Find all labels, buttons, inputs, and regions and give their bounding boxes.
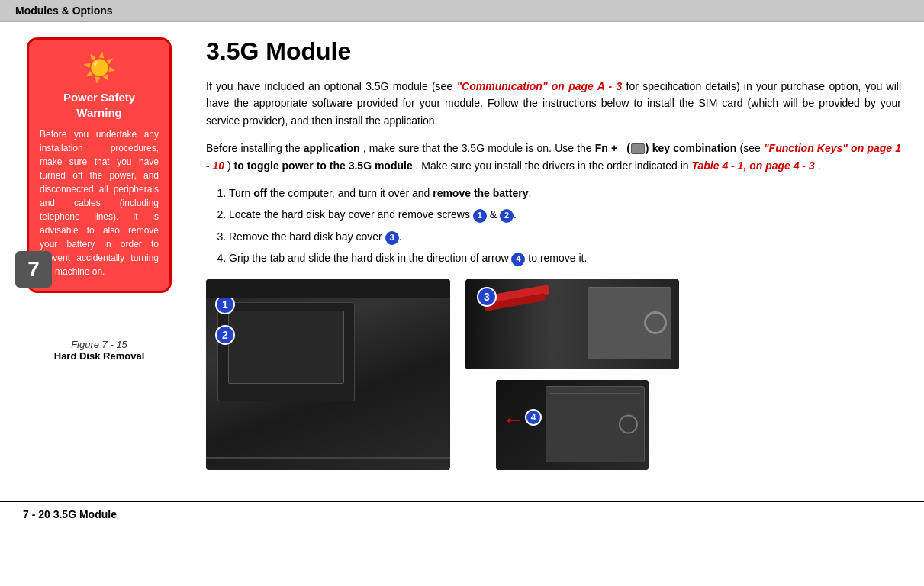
warning-icon: ☀️ [40, 52, 159, 84]
para2-cont3: ) [227, 159, 234, 172]
page-footer: 7 - 20 3.5G Module [0, 501, 924, 526]
step-circle-3: 3 [477, 287, 497, 307]
para1-text: If you have included an optional 3.5G mo… [206, 80, 456, 92]
footer-text: 7 - 20 3.5G Module [23, 508, 117, 520]
warning-text: Before you undertake any installation pr… [40, 127, 159, 279]
image-laptop-bottom: 1 2 [206, 279, 450, 470]
step-circle-2: 2 [215, 325, 235, 345]
page-title: 3.5G Module [206, 37, 901, 66]
para2-bold2: to toggle power to the 3.5G module [234, 159, 413, 172]
para2-pre: Before installing the [206, 142, 304, 154]
figure-caption-italic: Figure 7 - 15 [54, 339, 145, 350]
image-harddisk-arrow: ← 4 [496, 380, 649, 470]
para2-fn: Fn + _() key combination [595, 142, 737, 154]
warning-title: Power Safety Warning [40, 90, 159, 120]
left-sidebar: ☀️ Power Safety Warning Before you under… [23, 37, 175, 470]
step1-off: off [253, 187, 267, 199]
images-area: 1 2 [206, 279, 901, 470]
para2-cont: , make sure that the 3.5G module is on. … [363, 142, 595, 154]
key-icon [631, 143, 645, 154]
chapter-badge: 7 [15, 251, 52, 288]
paragraph-1: If you have included an optional 3.5G mo… [206, 78, 901, 129]
step-4: Grip the tab and slide the hard disk in … [229, 250, 901, 266]
para2-end: . [818, 159, 821, 172]
image-harddisk-cables: 3 [465, 279, 679, 369]
main-content: ☀️ Power Safety Warning Before you under… [0, 22, 924, 485]
steps-list: Turn off the computer, and turn it over … [229, 185, 901, 267]
paragraph-2: Before installing the application , make… [206, 140, 901, 174]
step-2: Locate the hard disk bay cover and remov… [229, 206, 901, 223]
right-content: 3.5G Module If you have included an opti… [191, 37, 901, 470]
figure-caption: Figure 7 - 15 Hard Disk Removal [54, 339, 145, 362]
page-header: Modules & Options [0, 0, 924, 22]
para2-bold: application [304, 142, 360, 154]
para2-link3[interactable]: Table 4 - 1, on page 4 - 3 [691, 159, 814, 172]
step1-remove: remove the battery [433, 187, 528, 199]
step-3: Remove the hard disk bay cover 3. [229, 228, 901, 245]
para2-cont2: (see [740, 142, 764, 154]
images-right: 3 ← 4 [465, 279, 679, 470]
step-circle-4: 4 [525, 409, 542, 426]
arrow-left-icon: ← [502, 407, 525, 433]
para1-link[interactable]: "Communication" on page A - 3 [456, 80, 622, 92]
para2-cont4: . Make sure you install the drivers in t… [416, 159, 692, 172]
figure-caption-bold: Hard Disk Removal [54, 350, 145, 362]
header-title: Modules & Options [15, 5, 113, 17]
step-1: Turn off the computer, and turn it over … [229, 185, 901, 201]
